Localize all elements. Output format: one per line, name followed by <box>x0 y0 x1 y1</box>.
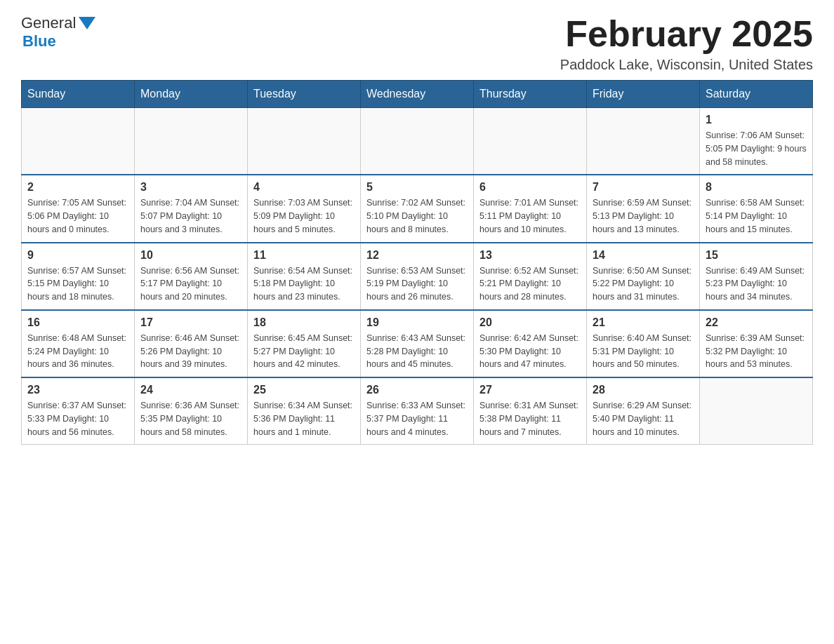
calendar-header-monday: Monday <box>135 81 248 108</box>
day-info: Sunrise: 7:05 AM Sunset: 5:06 PM Dayligh… <box>27 196 128 236</box>
calendar-cell <box>248 108 361 175</box>
day-number: 21 <box>593 316 694 329</box>
day-number: 20 <box>479 316 581 329</box>
calendar-cell <box>135 108 248 175</box>
calendar-cell: 8Sunrise: 6:58 AM Sunset: 5:14 PM Daylig… <box>700 175 813 242</box>
calendar-cell: 12Sunrise: 6:53 AM Sunset: 5:19 PM Dayli… <box>361 243 474 310</box>
calendar-cell: 16Sunrise: 6:48 AM Sunset: 5:24 PM Dayli… <box>22 310 135 377</box>
calendar-cell: 7Sunrise: 6:59 AM Sunset: 5:13 PM Daylig… <box>587 175 700 242</box>
day-info: Sunrise: 6:52 AM Sunset: 5:21 PM Dayligh… <box>479 264 581 304</box>
day-info: Sunrise: 6:48 AM Sunset: 5:24 PM Dayligh… <box>27 332 128 371</box>
calendar-cell: 1Sunrise: 7:06 AM Sunset: 5:05 PM Daylig… <box>700 108 813 175</box>
calendar-cell: 15Sunrise: 6:49 AM Sunset: 5:23 PM Dayli… <box>700 243 813 310</box>
calendar-week-row: 1Sunrise: 7:06 AM Sunset: 5:05 PM Daylig… <box>22 108 813 175</box>
day-info: Sunrise: 7:01 AM Sunset: 5:11 PM Dayligh… <box>479 196 581 236</box>
day-info: Sunrise: 6:34 AM Sunset: 5:36 PM Dayligh… <box>253 399 355 438</box>
calendar-cell: 17Sunrise: 6:46 AM Sunset: 5:26 PM Dayli… <box>135 310 248 377</box>
day-info: Sunrise: 6:42 AM Sunset: 5:30 PM Dayligh… <box>479 332 581 371</box>
day-number: 8 <box>706 181 807 194</box>
day-info: Sunrise: 6:59 AM Sunset: 5:13 PM Dayligh… <box>593 196 694 236</box>
day-info: Sunrise: 6:37 AM Sunset: 5:33 PM Dayligh… <box>27 399 128 438</box>
day-number: 17 <box>140 316 241 329</box>
day-number: 15 <box>706 249 807 262</box>
day-info: Sunrise: 6:29 AM Sunset: 5:40 PM Dayligh… <box>593 399 694 438</box>
day-number: 12 <box>366 249 468 262</box>
calendar-cell: 3Sunrise: 7:04 AM Sunset: 5:07 PM Daylig… <box>135 175 248 242</box>
day-info: Sunrise: 6:46 AM Sunset: 5:26 PM Dayligh… <box>140 332 241 371</box>
calendar-cell <box>474 108 587 175</box>
calendar-cell: 23Sunrise: 6:37 AM Sunset: 5:33 PM Dayli… <box>22 377 135 445</box>
day-number: 4 <box>253 181 355 194</box>
calendar-cell: 24Sunrise: 6:36 AM Sunset: 5:35 PM Dayli… <box>135 377 248 445</box>
location: Paddock Lake, Wisconsin, United States <box>560 57 813 73</box>
day-number: 1 <box>706 114 807 126</box>
calendar-header-friday: Friday <box>587 81 700 108</box>
day-info: Sunrise: 6:50 AM Sunset: 5:22 PM Dayligh… <box>593 264 694 304</box>
day-number: 28 <box>593 384 694 396</box>
day-number: 10 <box>140 249 241 262</box>
day-info: Sunrise: 6:58 AM Sunset: 5:14 PM Dayligh… <box>706 196 807 236</box>
day-number: 22 <box>706 316 807 329</box>
day-number: 19 <box>366 316 468 329</box>
day-info: Sunrise: 6:31 AM Sunset: 5:38 PM Dayligh… <box>479 399 581 438</box>
calendar-cell: 18Sunrise: 6:45 AM Sunset: 5:27 PM Dayli… <box>248 310 361 377</box>
day-number: 26 <box>366 384 468 396</box>
calendar-week-row: 23Sunrise: 6:37 AM Sunset: 5:33 PM Dayli… <box>22 377 813 445</box>
day-info: Sunrise: 7:04 AM Sunset: 5:07 PM Dayligh… <box>140 196 241 236</box>
day-number: 25 <box>253 384 355 396</box>
calendar-cell: 28Sunrise: 6:29 AM Sunset: 5:40 PM Dayli… <box>587 377 700 445</box>
calendar-cell <box>361 108 474 175</box>
day-info: Sunrise: 7:03 AM Sunset: 5:09 PM Dayligh… <box>253 196 355 236</box>
calendar-cell <box>700 377 813 445</box>
calendar-header-wednesday: Wednesday <box>361 81 474 108</box>
day-number: 24 <box>140 384 241 396</box>
calendar-header-sunday: Sunday <box>22 81 135 108</box>
calendar-cell: 13Sunrise: 6:52 AM Sunset: 5:21 PM Dayli… <box>474 243 587 310</box>
calendar-header-row: SundayMondayTuesdayWednesdayThursdayFrid… <box>22 81 813 108</box>
day-number: 27 <box>479 384 581 396</box>
calendar-cell: 9Sunrise: 6:57 AM Sunset: 5:15 PM Daylig… <box>22 243 135 310</box>
calendar-cell: 21Sunrise: 6:40 AM Sunset: 5:31 PM Dayli… <box>587 310 700 377</box>
calendar-table: SundayMondayTuesdayWednesdayThursdayFrid… <box>21 80 813 445</box>
day-number: 7 <box>593 181 694 194</box>
day-number: 5 <box>366 181 468 194</box>
calendar-cell: 22Sunrise: 6:39 AM Sunset: 5:32 PM Dayli… <box>700 310 813 377</box>
calendar-header-saturday: Saturday <box>700 81 813 108</box>
logo-blue-text: Blue <box>22 32 56 51</box>
calendar-cell <box>22 108 135 175</box>
calendar-cell: 10Sunrise: 6:56 AM Sunset: 5:17 PM Dayli… <box>135 243 248 310</box>
day-number: 23 <box>27 384 128 396</box>
calendar-header-tuesday: Tuesday <box>248 81 361 108</box>
day-info: Sunrise: 7:06 AM Sunset: 5:05 PM Dayligh… <box>706 129 807 168</box>
day-number: 3 <box>140 181 241 194</box>
logo-text: General <box>21 14 95 32</box>
day-number: 11 <box>253 249 355 262</box>
logo: General Blue <box>21 14 95 51</box>
calendar-cell: 27Sunrise: 6:31 AM Sunset: 5:38 PM Dayli… <box>474 377 587 445</box>
calendar-cell: 20Sunrise: 6:42 AM Sunset: 5:30 PM Dayli… <box>474 310 587 377</box>
day-info: Sunrise: 6:39 AM Sunset: 5:32 PM Dayligh… <box>706 332 807 371</box>
calendar-cell: 2Sunrise: 7:05 AM Sunset: 5:06 PM Daylig… <box>22 175 135 242</box>
day-info: Sunrise: 6:54 AM Sunset: 5:18 PM Dayligh… <box>253 264 355 304</box>
day-number: 2 <box>27 181 128 194</box>
day-info: Sunrise: 6:45 AM Sunset: 5:27 PM Dayligh… <box>253 332 355 371</box>
title-section: February 2025 Paddock Lake, Wisconsin, U… <box>560 14 813 73</box>
calendar-week-row: 2Sunrise: 7:05 AM Sunset: 5:06 PM Daylig… <box>22 175 813 242</box>
calendar-cell: 6Sunrise: 7:01 AM Sunset: 5:11 PM Daylig… <box>474 175 587 242</box>
calendar-cell: 26Sunrise: 6:33 AM Sunset: 5:37 PM Dayli… <box>361 377 474 445</box>
day-info: Sunrise: 6:57 AM Sunset: 5:15 PM Dayligh… <box>27 264 128 304</box>
day-number: 6 <box>479 181 581 194</box>
calendar-header-thursday: Thursday <box>474 81 587 108</box>
page-header: General Blue February 2025 Paddock Lake,… <box>21 14 813 73</box>
day-number: 16 <box>27 316 128 329</box>
day-info: Sunrise: 6:36 AM Sunset: 5:35 PM Dayligh… <box>140 399 241 438</box>
calendar-week-row: 9Sunrise: 6:57 AM Sunset: 5:15 PM Daylig… <box>22 243 813 310</box>
calendar-cell: 4Sunrise: 7:03 AM Sunset: 5:09 PM Daylig… <box>248 175 361 242</box>
calendar-cell: 25Sunrise: 6:34 AM Sunset: 5:36 PM Dayli… <box>248 377 361 445</box>
calendar-cell: 14Sunrise: 6:50 AM Sunset: 5:22 PM Dayli… <box>587 243 700 310</box>
day-info: Sunrise: 7:02 AM Sunset: 5:10 PM Dayligh… <box>366 196 468 236</box>
calendar-week-row: 16Sunrise: 6:48 AM Sunset: 5:24 PM Dayli… <box>22 310 813 377</box>
day-info: Sunrise: 6:53 AM Sunset: 5:19 PM Dayligh… <box>366 264 468 304</box>
day-number: 18 <box>253 316 355 329</box>
calendar-cell: 5Sunrise: 7:02 AM Sunset: 5:10 PM Daylig… <box>361 175 474 242</box>
